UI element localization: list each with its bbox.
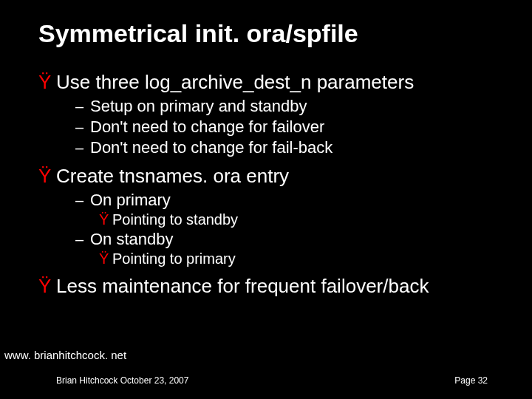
bullet-main: Ÿ Use three log_archive_dest_n parameter…	[38, 71, 497, 94]
bullet-marker-icon: Ÿ	[38, 71, 56, 94]
subsub-text: Pointing to primary	[112, 250, 236, 267]
bullet-text: Create tnsnames. ora entry	[56, 165, 289, 188]
bullet-marker-icon: Ÿ	[38, 275, 56, 298]
bullet-sub: – On primary	[75, 191, 497, 210]
dash-icon: –	[75, 231, 90, 248]
sublist: – Setup on primary and standby – Don't n…	[75, 97, 497, 157]
bullet-subsub: Ÿ Pointing to primary	[99, 250, 497, 267]
bullet-marker-icon: Ÿ	[38, 165, 56, 188]
footer-author: Brian Hitchcock October 23, 2007	[56, 375, 188, 386]
bullet-sub: – On standby	[75, 230, 497, 249]
slide-body: Ÿ Use three log_archive_dest_n parameter…	[38, 64, 497, 301]
subsublist: Ÿ Pointing to standby	[99, 211, 497, 228]
sub-text: On standby	[90, 230, 174, 249]
bullet-text: Use three log_archive_dest_n parameters	[56, 71, 414, 94]
sub-marker-icon: Ÿ	[99, 250, 112, 267]
bullet-main: Ÿ Less maintenance for frequent failover…	[38, 275, 497, 298]
subsub-text: Pointing to standby	[112, 211, 238, 228]
slide: Symmetrical init. ora/spfile Ÿ Use three…	[0, 0, 532, 399]
bullet-main: Ÿ Create tnsnames. ora entry	[38, 165, 497, 188]
sublist: – On primary Ÿ Pointing to standby – On …	[75, 191, 497, 267]
sub-marker-icon: Ÿ	[99, 211, 112, 228]
bullet-sub: – Don't need to change for failover	[75, 117, 497, 137]
bullet-subsub: Ÿ Pointing to standby	[99, 211, 497, 228]
bullet-sub: – Don't need to change for fail-back	[75, 138, 497, 157]
dash-icon: –	[75, 119, 90, 136]
bullet-text: Less maintenance for frequent failover/b…	[56, 275, 429, 298]
slide-title: Symmetrical init. ora/spfile	[38, 19, 358, 48]
subsublist: Ÿ Pointing to primary	[99, 250, 497, 267]
sub-text: Setup on primary and standby	[90, 97, 307, 116]
bullet-sub: – Setup on primary and standby	[75, 97, 497, 116]
footer-url: www. brianhitchcock. net	[4, 349, 126, 361]
dash-icon: –	[75, 98, 90, 115]
dash-icon: –	[75, 192, 90, 209]
dash-icon: –	[75, 140, 90, 157]
sub-text: On primary	[90, 191, 171, 210]
sub-text: Don't need to change for fail-back	[90, 138, 332, 157]
sub-text: Don't need to change for failover	[90, 117, 324, 137]
footer-page: Page 32	[454, 375, 488, 386]
